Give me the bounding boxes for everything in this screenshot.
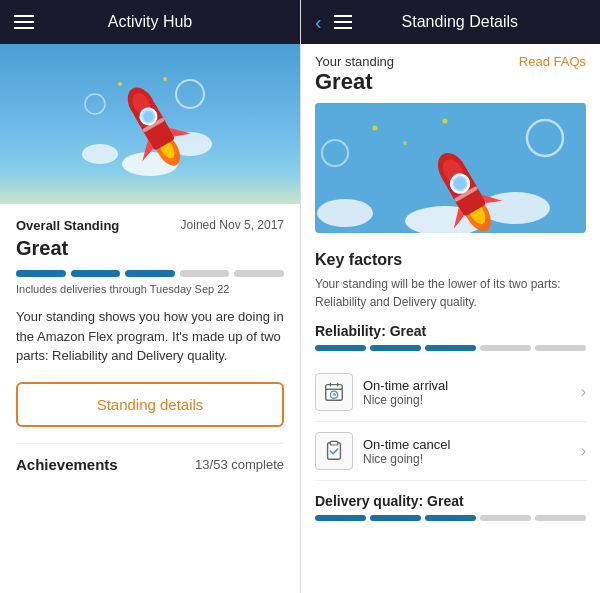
right-header: ‹ Standing Details — [301, 0, 600, 44]
standing-details-button[interactable]: Standing details — [16, 382, 284, 427]
standing-value: Great — [16, 237, 284, 260]
dq-progress-bar-5 — [535, 515, 586, 521]
right-header-title: Standing Details — [364, 13, 556, 31]
on-time-arrival-icon-box — [315, 373, 353, 411]
standing-row: Overall Standing Joined Nov 5, 2017 — [16, 218, 284, 233]
svg-point-24 — [373, 126, 378, 131]
left-content: Overall Standing Joined Nov 5, 2017 Grea… — [0, 204, 300, 593]
right-panel: ‹ Standing Details Your standing Great R… — [300, 0, 600, 593]
joined-date: Joined Nov 5, 2017 — [181, 218, 284, 232]
svg-point-3 — [176, 80, 204, 108]
progress-bar-2 — [71, 270, 121, 277]
r-progress-bar-1 — [315, 345, 366, 351]
progress-bar-4 — [180, 270, 230, 277]
dq-progress-bar-1 — [315, 515, 366, 521]
delivery-quality-progress-bars — [315, 515, 586, 521]
key-factors-section: Key factors Your standing will be the lo… — [301, 241, 600, 543]
left-header: Activity Hub — [0, 0, 300, 44]
overall-standing-label: Overall Standing — [16, 218, 119, 233]
read-faqs-link[interactable]: Read FAQs — [519, 54, 586, 69]
r-progress-bar-3 — [425, 345, 476, 351]
svg-rect-43 — [330, 441, 337, 445]
achievements-label: Achievements — [16, 456, 118, 473]
on-time-cancel-chevron-icon: › — [581, 442, 586, 460]
progress-bar-3 — [125, 270, 175, 277]
delivery-note: Includes deliveries through Tuesday Sep … — [16, 283, 284, 295]
on-time-cancel-subtitle: Nice going! — [363, 452, 571, 466]
achievements-count: 13/53 complete — [195, 457, 284, 472]
r-progress-bar-2 — [370, 345, 421, 351]
right-standing-left: Your standing Great — [315, 54, 394, 95]
svg-point-0 — [82, 144, 118, 164]
key-factors-description: Your standing will be the lower of its t… — [315, 275, 586, 311]
right-content: Your standing Great Read FAQs — [301, 44, 600, 593]
on-time-arrival-subtitle: Nice going! — [363, 393, 571, 407]
right-hero-image — [315, 103, 586, 233]
left-header-title: Activity Hub — [108, 13, 192, 31]
dq-progress-bar-4 — [480, 515, 531, 521]
factor-item-on-time-cancel[interactable]: On-time cancel Nice going! › — [315, 422, 586, 481]
achievements-row: Achievements 13/53 complete — [16, 443, 284, 473]
back-icon[interactable]: ‹ — [315, 11, 322, 34]
svg-point-19 — [317, 199, 373, 227]
on-time-cancel-text: On-time cancel Nice going! — [363, 437, 571, 466]
svg-point-26 — [403, 141, 407, 145]
svg-point-5 — [118, 82, 122, 86]
delivery-quality-label: Delivery quality: Great — [315, 493, 586, 509]
dq-progress-bar-3 — [425, 515, 476, 521]
r-progress-bar-5 — [535, 345, 586, 351]
right-standing-section: Your standing Great Read FAQs — [301, 44, 600, 95]
on-time-cancel-title: On-time cancel — [363, 437, 571, 452]
standing-description: Your standing shows you how you are doin… — [16, 307, 284, 366]
calendar-clock-icon — [323, 381, 345, 403]
svg-point-25 — [443, 119, 448, 124]
right-standing-value: Great — [315, 69, 394, 95]
standing-progress-bars — [16, 270, 284, 277]
on-time-arrival-chevron-icon: › — [581, 383, 586, 401]
left-panel: Activity Hub — [0, 0, 300, 593]
r-progress-bar-4 — [480, 345, 531, 351]
key-factors-title: Key factors — [315, 251, 586, 269]
progress-bar-5 — [234, 270, 284, 277]
progress-bar-1 — [16, 270, 66, 277]
reliability-label: Reliability: Great — [315, 323, 586, 339]
right-hamburger-icon[interactable] — [334, 15, 352, 29]
your-standing-label: Your standing — [315, 54, 394, 69]
factor-item-on-time-arrival[interactable]: On-time arrival Nice going! › — [315, 363, 586, 422]
left-hero-image — [0, 44, 300, 204]
dq-progress-bar-2 — [370, 515, 421, 521]
svg-point-6 — [163, 77, 167, 81]
clipboard-check-icon — [323, 440, 345, 462]
on-time-arrival-text: On-time arrival Nice going! — [363, 378, 571, 407]
reliability-progress-bars — [315, 345, 586, 351]
svg-point-4 — [85, 94, 105, 114]
on-time-cancel-icon-box — [315, 432, 353, 470]
hamburger-menu-icon[interactable] — [14, 15, 34, 29]
on-time-arrival-title: On-time arrival — [363, 378, 571, 393]
